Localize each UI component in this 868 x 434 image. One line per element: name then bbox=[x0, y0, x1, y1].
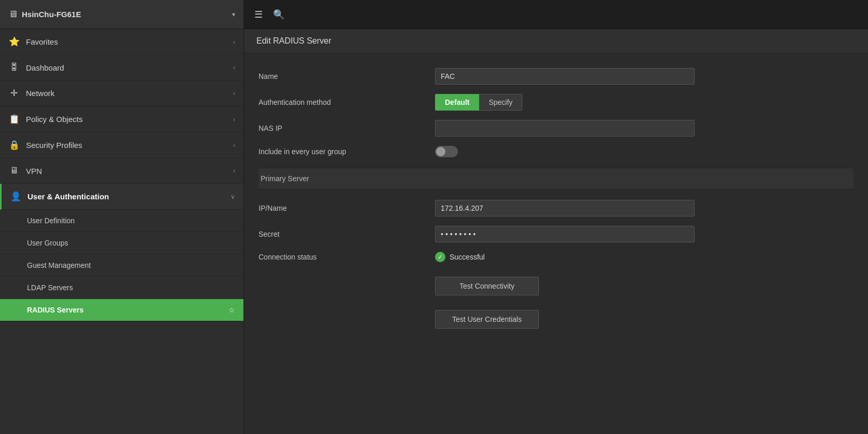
sidebar-item-user-auth[interactable]: 👤 User & Authentication ∨ bbox=[0, 184, 243, 210]
name-label: Name bbox=[259, 72, 435, 80]
edit-form: Name Authentication method Default Speci… bbox=[244, 53, 868, 434]
favorites-icon: ⭐ bbox=[8, 36, 20, 47]
sidebar-item-label: Policy & Objects bbox=[26, 115, 83, 124]
include-group-row: Include in every user group bbox=[259, 146, 853, 157]
ip-name-label: IP/Name bbox=[259, 204, 435, 212]
topbar: ☰ 🔍 bbox=[244, 0, 868, 29]
test-credentials-row: Test User Credentials bbox=[259, 305, 853, 329]
sidebar-subitem-guest-management[interactable]: Guest Management bbox=[0, 254, 243, 277]
status-text: Successful bbox=[450, 253, 485, 261]
page-title: Edit RADIUS Server bbox=[256, 36, 331, 45]
subitem-label: RADIUS Servers bbox=[27, 306, 84, 314]
primary-server-section: Primary Server bbox=[259, 168, 853, 189]
dashboard-icon: 🎛 bbox=[8, 62, 20, 73]
user-auth-chevron-icon: ∨ bbox=[230, 193, 235, 200]
secret-control bbox=[435, 226, 853, 242]
policy-icon: 📋 bbox=[8, 114, 20, 125]
nas-ip-control bbox=[435, 120, 853, 137]
page-header: Edit RADIUS Server bbox=[244, 29, 868, 53]
auth-method-default-button[interactable]: Default bbox=[435, 94, 479, 111]
subitem-label: User Groups bbox=[27, 239, 68, 247]
sidebar-item-favorites[interactable]: ⭐ Favorites › bbox=[0, 29, 243, 55]
sidebar-item-label: Network bbox=[26, 89, 55, 98]
sidebar-subitem-radius-servers[interactable]: RADIUS Servers ☆ bbox=[0, 299, 243, 321]
sidebar-header[interactable]: 🖥 HsinChu-FG61E ▾ bbox=[0, 0, 243, 29]
vpn-icon: 🖥 bbox=[8, 166, 20, 176]
menu-icon[interactable]: ☰ bbox=[254, 9, 263, 20]
policy-chevron-icon: › bbox=[233, 116, 235, 123]
secret-row: Secret bbox=[259, 226, 853, 242]
sidebar-item-label: User & Authentication bbox=[28, 192, 109, 201]
connection-status-control: ✓ Successful bbox=[435, 252, 853, 262]
test-credentials-button[interactable]: Test User Credentials bbox=[435, 310, 539, 329]
sidebar-item-vpn[interactable]: 🖥 VPN › bbox=[0, 158, 243, 184]
subitem-label: LDAP Servers bbox=[27, 283, 73, 292]
auth-method-row: Authentication method Default Specify bbox=[259, 94, 853, 111]
test-connectivity-row: Test Connectivity bbox=[259, 272, 853, 295]
ip-name-control bbox=[435, 200, 853, 216]
user-auth-icon: 👤 bbox=[10, 191, 21, 202]
secret-label: Secret bbox=[259, 230, 435, 238]
network-icon: ✛ bbox=[8, 88, 20, 99]
nas-ip-input[interactable] bbox=[435, 120, 695, 137]
sidebar-item-label: VPN bbox=[26, 167, 42, 175]
device-chevron-icon[interactable]: ▾ bbox=[232, 11, 235, 18]
sidebar: 🖥 HsinChu-FG61E ▾ ⭐ Favorites › 🎛 Dashbo… bbox=[0, 0, 244, 434]
sidebar-item-dashboard[interactable]: 🎛 Dashboard › bbox=[0, 55, 243, 80]
connection-status-label: Connection status bbox=[259, 253, 435, 261]
device-name: HsinChu-FG61E bbox=[22, 10, 81, 19]
dashboard-chevron-icon: › bbox=[233, 64, 235, 71]
radius-star-icon: ☆ bbox=[228, 306, 235, 314]
sidebar-subitem-ldap-servers[interactable]: LDAP Servers bbox=[0, 277, 243, 299]
include-group-label: Include in every user group bbox=[259, 147, 435, 156]
primary-server-label: Primary Server bbox=[259, 174, 311, 183]
sidebar-subitem-user-groups[interactable]: User Groups bbox=[0, 232, 243, 254]
search-icon[interactable]: 🔍 bbox=[273, 9, 284, 20]
favorites-chevron-icon: › bbox=[233, 38, 235, 46]
auth-method-label: Authentication method bbox=[259, 98, 435, 106]
sidebar-item-label: Security Profiles bbox=[26, 141, 82, 150]
sidebar-item-network[interactable]: ✛ Network › bbox=[0, 80, 243, 106]
device-info: 🖥 HsinChu-FG61E bbox=[8, 9, 81, 20]
name-input[interactable] bbox=[435, 68, 695, 85]
auth-method-specify-button[interactable]: Specify bbox=[479, 94, 522, 111]
sidebar-item-security-profiles[interactable]: 🔒 Security Profiles › bbox=[0, 132, 243, 158]
auth-method-control: Default Specify bbox=[435, 94, 853, 111]
subitem-label: User Definition bbox=[27, 216, 75, 225]
sidebar-item-label: Favorites bbox=[26, 37, 58, 46]
ip-name-row: IP/Name bbox=[259, 200, 853, 216]
network-chevron-icon: › bbox=[233, 90, 235, 97]
subitem-label: Guest Management bbox=[27, 261, 91, 269]
device-icon: 🖥 bbox=[8, 9, 18, 20]
connection-status-row: Connection status ✓ Successful bbox=[259, 252, 853, 262]
name-row: Name bbox=[259, 68, 853, 85]
sidebar-item-label: Dashboard bbox=[26, 63, 64, 72]
vpn-chevron-icon: › bbox=[233, 167, 235, 174]
sidebar-item-policy-objects[interactable]: 📋 Policy & Objects › bbox=[0, 106, 243, 132]
security-icon: 🔒 bbox=[8, 140, 20, 151]
main-content: ☰ 🔍 Edit RADIUS Server Name Authenticati… bbox=[244, 0, 868, 434]
secret-input[interactable] bbox=[435, 226, 695, 242]
include-group-control bbox=[435, 146, 853, 157]
sidebar-subitem-user-definition[interactable]: User Definition bbox=[0, 210, 243, 232]
nas-ip-row: NAS IP bbox=[259, 120, 853, 137]
name-control bbox=[435, 68, 853, 85]
include-group-toggle[interactable] bbox=[435, 146, 458, 157]
status-check-icon: ✓ bbox=[435, 252, 445, 262]
test-connectivity-button[interactable]: Test Connectivity bbox=[435, 277, 539, 295]
ip-name-input[interactable] bbox=[435, 200, 695, 216]
security-chevron-icon: › bbox=[233, 142, 235, 149]
nas-ip-label: NAS IP bbox=[259, 124, 435, 132]
